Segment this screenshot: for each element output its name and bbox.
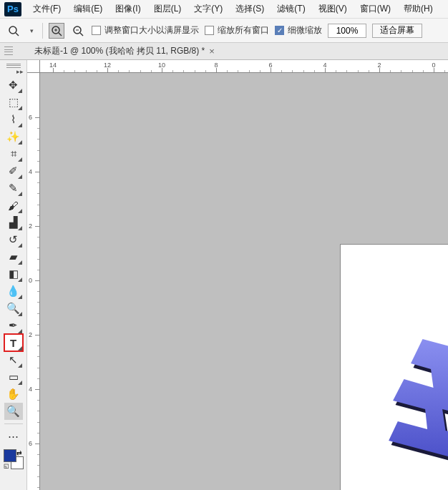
svg-line-1 [16,33,19,36]
checkbox-icon [92,26,101,35]
history-brush-tool[interactable]: ↺ [4,231,23,248]
dodge-tool[interactable]: 🔍 [4,300,23,317]
current-tool-icon[interactable] [6,23,21,39]
foreground-color-swatch[interactable] [4,449,16,462]
flyout-indicator-icon [18,123,22,127]
eyedropper-tool[interactable]: ✐ [4,162,23,180]
brush-tool[interactable]: 🖌 [4,197,23,214]
default-colors-icon[interactable]: ◱ [4,463,9,469]
color-swatches[interactable]: ◱ ⇄ [4,449,24,469]
gradient-tool[interactable]: ◧ [4,265,23,283]
tools-panel: ▸▸ ✥⬚⌇✨⌗✐✎🖌▟↺▰◧💧🔍✒T↖▭✋🔍 ⋯ ◱ ⇄ [0,60,27,490]
main-area: ▸▸ ✥⬚⌇✨⌗✐✎🖌▟↺▰◧💧🔍✒T↖▭✋🔍 ⋯ ◱ ⇄ 1412108642… [0,60,448,490]
zoom-out-button[interactable] [70,23,86,39]
ruler-label: 6 [29,440,32,447]
edit-toolbar-button[interactable]: ⋯ [4,428,23,445]
document-tab-bar: 未标题-1 @ 100% (我哈哈 拷贝 11, RGB/8) * × [0,43,448,60]
lasso-tool[interactable]: ⌇ [4,111,23,128]
menu-view[interactable]: 视图(V) [313,1,353,16]
menu-filter[interactable]: 滤镜(T) [271,1,311,16]
rectangle-tool[interactable]: ▭ [4,368,23,386]
crop-tool[interactable]: ⌗ [4,145,23,162]
checkbox-icon [205,26,214,35]
tool-preset-dropdown[interactable]: ▾ [30,27,34,34]
ruler-tick [35,280,39,281]
vertical-ruler[interactable]: 64202468 [27,73,40,490]
ruler-tick [35,444,39,444]
separator [42,23,43,39]
resize-windows-label: 调整窗口大小以满屏显示 [104,24,199,36]
horizontal-ruler[interactable]: 14121086420 [40,60,448,73]
toolbar-expand-icon[interactable]: ▸▸ [16,68,24,75]
path-selection-tool[interactable]: ↖ [4,351,23,368]
menu-layer[interactable]: 图层(L) [148,1,188,16]
clone-stamp-tool[interactable]: ▟ [4,214,23,231]
ruler-tick [35,226,39,227]
hand-tool[interactable]: ✋ [4,386,23,403]
ruler-origin[interactable] [27,60,40,73]
flyout-indicator-icon [18,226,22,230]
close-tab-icon[interactable]: × [209,46,215,57]
checkbox-icon: ✓ [275,26,284,35]
healing-brush-tool[interactable]: ✎ [4,180,23,197]
ps-logo: Ps [4,2,21,16]
scrubby-zoom-checkbox[interactable]: ✓ 细微缩放 [275,24,322,36]
flyout-indicator-icon [18,106,22,110]
menu-image[interactable]: 图像(I) [109,1,146,16]
separator [4,423,23,424]
flyout-indicator-icon [18,260,22,265]
zoom-tool[interactable]: 🔍 [4,403,23,420]
ruler-tick [53,68,54,72]
pen-tool[interactable]: ✒ [4,317,23,334]
menu-file[interactable]: 文件(F) [27,1,67,16]
flyout-indicator-icon [18,346,22,351]
ruler-tick [379,68,380,72]
ruler-tick [216,68,217,72]
menu-window[interactable]: 窗口(W) [354,1,396,16]
menu-select[interactable]: 选择(S) [230,1,270,16]
zoom-all-checkbox[interactable]: 缩放所有窗口 [205,24,269,36]
flyout-indicator-icon [18,140,22,144]
blur-tool[interactable]: 💧 [4,283,23,300]
menu-help[interactable]: 帮助(H) [398,1,439,16]
document-canvas[interactable] [341,245,448,490]
ruler-label: 2 [29,331,32,338]
ruler-label: 0 [29,277,32,284]
flyout-indicator-icon [18,363,22,368]
type-tool[interactable]: T [4,334,23,351]
flyout-indicator-icon [18,295,22,299]
magic-wand-tool[interactable]: ✨ [4,128,23,145]
ruler-tick [35,335,39,335]
ruler-tick [35,389,39,390]
marquee-tool[interactable]: ⬚ [4,94,23,111]
svg-line-7 [80,33,83,36]
ruler-tick [271,68,271,72]
zoom-all-label: 缩放所有窗口 [218,24,269,36]
document-tab[interactable]: 未标题-1 @ 100% (我哈哈 拷贝 11, RGB/8) * × [30,45,219,57]
move-tool[interactable]: ✥ [4,77,23,94]
ruler-tick [107,68,108,72]
ruler-label: 6 [29,114,32,121]
flyout-indicator-icon [18,312,22,316]
flyout-indicator-icon [18,157,22,162]
flyout-indicator-icon [18,243,22,248]
eraser-tool[interactable]: ▰ [4,248,23,265]
zoom-level-field[interactable]: 100% [328,24,366,38]
swap-colors-icon[interactable]: ⇄ [16,449,22,456]
text-layer-glyph [368,338,448,488]
flyout-indicator-icon [18,209,22,213]
resize-windows-checkbox[interactable]: 调整窗口大小以满屏显示 [92,24,199,36]
ruler-label: 4 [29,168,32,175]
scrubby-zoom-label: 细微缩放 [288,24,322,36]
menu-edit[interactable]: 编辑(E) [68,1,108,16]
flyout-indicator-icon [18,381,22,385]
canvas-viewport[interactable] [40,73,448,490]
menu-bar: Ps 文件(F) 编辑(E) 图像(I) 图层(L) 文字(Y) 选择(S) 滤… [0,0,448,19]
tabbar-grip-icon[interactable] [4,46,13,56]
menu-type[interactable]: 文字(Y) [188,1,228,16]
flyout-indicator-icon [18,329,22,333]
ruler-label: 2 [29,222,32,230]
fit-screen-button[interactable]: 适合屏幕 [372,24,422,38]
canvas-area: 14121086420 64202468 [27,60,448,490]
zoom-in-button[interactable] [49,23,64,39]
